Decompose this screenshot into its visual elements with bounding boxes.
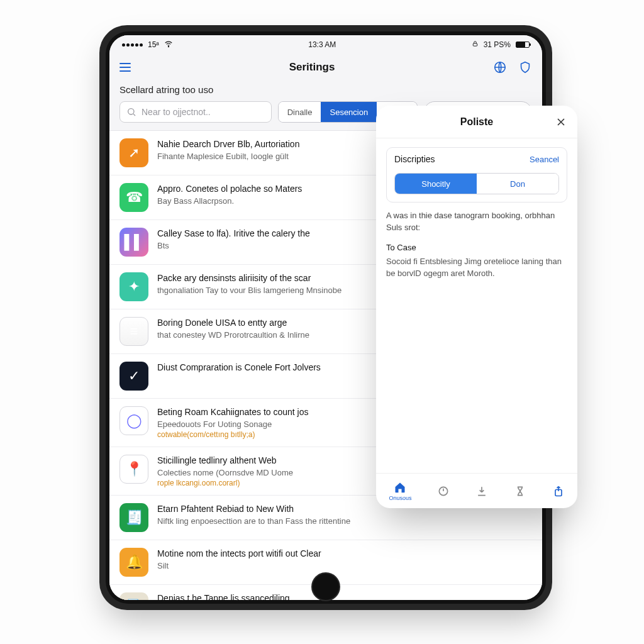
app-icon: 📍 (119, 455, 148, 484)
card-tab-0[interactable]: Shocitly (395, 174, 477, 194)
section-label: Discripties (394, 154, 435, 164)
app-icon: ▌▌ (119, 228, 148, 257)
search-icon (126, 107, 136, 117)
card-field-label: To Case (386, 243, 567, 252)
list-item-body: Denias,t he Tanpe lis ssancedilingRotine… (157, 592, 532, 600)
svg-point-0 (168, 46, 169, 47)
wifi-icon (164, 40, 173, 50)
nav-bar: Seritings (109, 54, 542, 80)
svg-point-3 (128, 109, 134, 114)
share-icon (552, 485, 565, 497)
detail-card: Poliste Discripties Seancel Shocitly Don… (376, 106, 577, 508)
close-icon[interactable] (553, 114, 569, 130)
list-item-subtitle: Silt (157, 561, 532, 570)
app-icon: ◯ (119, 406, 148, 435)
menu-icon[interactable] (119, 63, 131, 72)
app-icon: 📄 (119, 592, 148, 600)
tabbar-home[interactable]: Onusous (389, 481, 411, 501)
svg-rect-1 (473, 43, 477, 46)
clock: 13:3 AM (308, 40, 336, 49)
card-tabbar: Onusous (376, 473, 577, 508)
tabbar-download[interactable] (475, 485, 488, 497)
list-item-subtitle: Niftk ling enpoesecttion are to than Fas… (157, 516, 532, 526)
list-item-title: Denias,t he Tanpe lis ssancediling (157, 592, 532, 600)
list-item-title: Motine nom the intects port witifi out C… (157, 548, 532, 560)
battery-icon (516, 42, 530, 48)
search-input[interactable]: Near to ojjectnot.. (119, 101, 272, 123)
tabbar-share[interactable] (552, 485, 565, 497)
app-icon: ✓ (119, 362, 148, 391)
download-icon (475, 485, 488, 497)
app-icon: ☎ (119, 183, 148, 212)
section-action[interactable]: Seancel (530, 155, 559, 164)
globe-icon[interactable] (493, 60, 507, 74)
segment-0[interactable]: Dinalle (279, 102, 321, 122)
segment-1[interactable]: Sesencion (321, 102, 377, 122)
app-icon: 🔔 (119, 548, 148, 577)
card-field-text: Socoid fi Entsblesing Jimg oretelioce la… (386, 256, 567, 280)
tabbar-hourglass[interactable] (514, 485, 526, 497)
battery-label: 31 PS% (484, 40, 511, 49)
hourglass-icon (514, 485, 526, 497)
card-paragraph: A was in thie dase tanograrn booking, or… (386, 210, 567, 234)
card-title: Poliste (460, 116, 493, 128)
cell-signal-icon (122, 43, 143, 47)
home-icon (394, 481, 406, 494)
shield-icon[interactable] (518, 60, 532, 74)
status-bar: 15ª 13:3 AM 31 PS% (109, 35, 542, 54)
tabbar-home-label: Onusous (389, 495, 411, 501)
card-tabs: Shocitly Don (394, 173, 559, 194)
lock-icon (472, 40, 479, 49)
tabbar-power[interactable] (437, 485, 450, 497)
card-section: Discripties Seancel Shocitly Don (386, 147, 567, 203)
home-button[interactable] (311, 572, 340, 601)
search-placeholder: Near to ojjectnot.. (142, 107, 211, 117)
app-icon: ➚ (119, 138, 148, 167)
sub-header: Scellard atring too uso (109, 80, 542, 95)
card-tab-1[interactable]: Don (477, 174, 558, 194)
app-icon: ≡ (119, 317, 148, 346)
app-icon: ✦ (119, 272, 148, 301)
power-icon (437, 485, 450, 497)
card-body: Discripties Seancel Shocitly Don A was i… (376, 138, 577, 473)
card-header: Poliste (376, 106, 577, 138)
carrier-label: 15ª (148, 40, 159, 49)
page-title: Seritings (289, 61, 335, 74)
app-icon: 🧾 (119, 503, 148, 532)
list-item-body: Motine nom the intects port witifi out C… (157, 548, 532, 577)
